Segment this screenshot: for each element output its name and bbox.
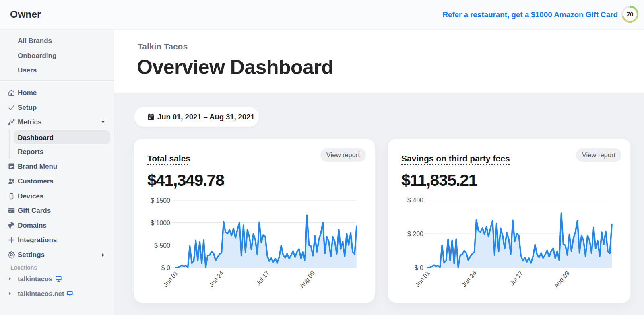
svg-text:$ 500: $ 500 [154,242,170,249]
svg-text:$ 1500: $ 1500 [151,197,170,204]
svg-text:$ 400: $ 400 [407,197,423,204]
svg-text:$ 200: $ 200 [407,231,423,237]
svg-text:Jun 01: Jun 01 [162,270,179,288]
svg-text:$ 1000: $ 1000 [151,220,170,226]
svg-text:Aug 09: Aug 09 [298,270,316,289]
svg-text:Jun 24: Jun 24 [460,270,478,288]
svg-text:$ 0: $ 0 [161,264,170,271]
svg-text:Jun 24: Jun 24 [208,270,225,288]
svg-text:$ 0: $ 0 [415,264,423,271]
svg-text:Jul 17: Jul 17 [255,270,271,287]
svg-text:Jun 01: Jun 01 [414,270,431,288]
svg-text:Aug 09: Aug 09 [553,270,571,289]
svg-text:Jul 17: Jul 17 [508,270,524,287]
